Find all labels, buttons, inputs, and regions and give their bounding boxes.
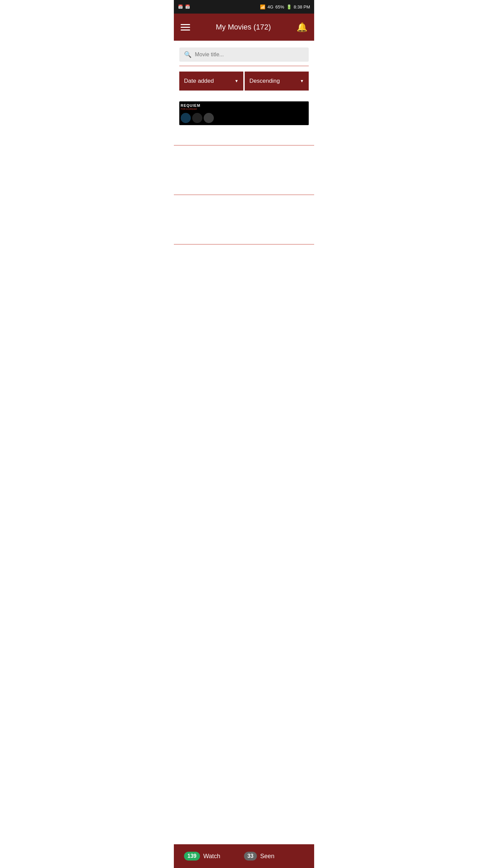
watch-count-badge: 139 bbox=[184, 852, 200, 861]
time-label: 8:38 PM bbox=[294, 4, 310, 9]
search-container: 🔍 bbox=[174, 41, 314, 66]
sort-by-arrow-icon: ▼ bbox=[235, 79, 239, 83]
sort-by-button[interactable]: Date added ▼ bbox=[179, 72, 243, 91]
sort-controls: Date added ▼ Descending ▼ bbox=[174, 66, 314, 96]
calendar-icon-1: 📅 bbox=[178, 4, 183, 9]
sort-order-label: Descending bbox=[249, 78, 280, 84]
movie-list: REQUIEM FOR A DREAM Requiem for a Dream … bbox=[174, 96, 314, 244]
table-row: REQUIEM FOR A DREAM Requiem for a Dream … bbox=[174, 96, 314, 145]
status-bar-left: 📅 📅 bbox=[178, 4, 190, 9]
table-row: IRREVERSIBLE Irréversible i ⚙ bbox=[174, 145, 314, 195]
poster-subtitle-text: FOR A DREAM bbox=[181, 108, 307, 110]
poster-title-section: REQUIEM FOR A DREAM bbox=[179, 101, 309, 125]
table-row: Concussion i ⚙ bbox=[174, 195, 314, 244]
page-title: My Movies (172) bbox=[216, 23, 271, 32]
status-bar-right: 📶 4G 65% 🔋 8:38 PM bbox=[260, 4, 310, 9]
notifications-button[interactable]: 🔔 bbox=[297, 22, 307, 33]
sort-order-arrow-icon: ▼ bbox=[300, 79, 304, 83]
movie-poster-1: REQUIEM FOR A DREAM bbox=[179, 101, 309, 125]
seen-count-badge: 33 bbox=[244, 852, 257, 861]
battery-icon: 🔋 bbox=[286, 4, 292, 9]
search-icon: 🔍 bbox=[184, 51, 191, 58]
content-area: 🔍 Date added ▼ Descending ▼ REQUIEM FOR … bbox=[174, 41, 314, 272]
search-input[interactable] bbox=[195, 52, 304, 58]
battery-label: 65% bbox=[276, 4, 284, 9]
calendar-icon-2: 📅 bbox=[185, 4, 190, 9]
menu-button[interactable] bbox=[181, 24, 190, 31]
watch-tab[interactable]: 139 Watch bbox=[184, 852, 244, 861]
sort-order-button[interactable]: Descending ▼ bbox=[245, 72, 309, 91]
watch-tab-label: Watch bbox=[203, 853, 220, 860]
wifi-icon: 📶 bbox=[260, 4, 265, 9]
signal-label: 4G bbox=[267, 4, 273, 9]
seen-tab[interactable]: 33 Seen bbox=[244, 852, 304, 861]
poster-title-text: REQUIEM bbox=[181, 103, 307, 107]
search-box: 🔍 bbox=[179, 47, 309, 62]
sort-by-label: Date added bbox=[184, 78, 214, 84]
seen-tab-label: Seen bbox=[260, 853, 274, 860]
bottom-tab-bar: 139 Watch 33 Seen bbox=[174, 844, 314, 868]
app-header: My Movies (172) 🔔 bbox=[174, 14, 314, 41]
status-bar: 📅 📅 📶 4G 65% 🔋 8:38 PM bbox=[174, 0, 314, 14]
